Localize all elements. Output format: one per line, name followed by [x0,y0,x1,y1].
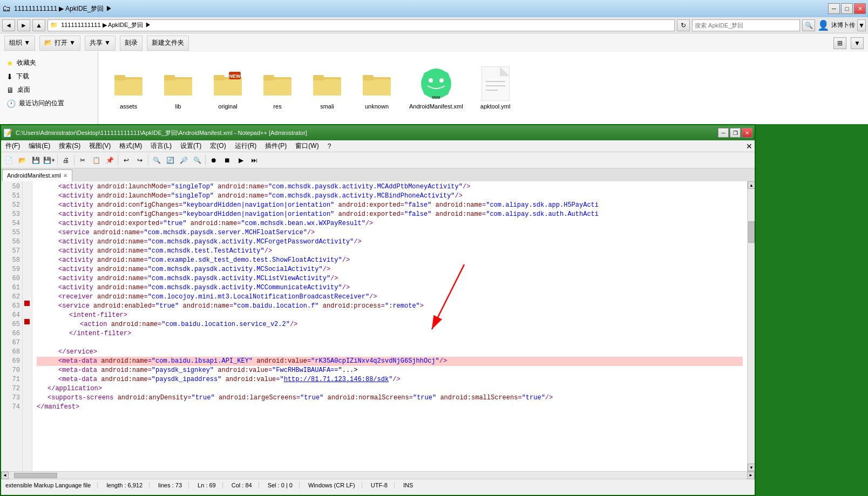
macro-record-btn[interactable]: ⏺ [207,154,220,167]
redo-btn[interactable]: ↪ [133,154,146,167]
menu-settings[interactable]: 设置(T) [176,140,206,152]
menu-plugins[interactable]: 插件(P) [261,140,291,152]
menu-view[interactable]: 视图(V) [85,140,115,152]
hscroll-thumb[interactable] [14,473,57,478]
menu-search[interactable]: 搜索(S) [55,140,85,152]
file-assets[interactable]: assets [109,64,148,112]
minimize-button[interactable]: ─ [828,3,840,14]
menu-language[interactable]: 语言(L) [146,140,176,152]
search-input[interactable] [692,19,800,31]
open-button[interactable]: 📂 打开 ▼ [39,36,80,51]
smali-icon [310,66,344,101]
open-file-btn[interactable]: 📂 [16,154,29,167]
favorites-label: 收藏夹 [17,58,36,67]
svg-rect-12 [263,79,291,96]
burn-button[interactable]: 刻录 [120,36,143,51]
tab-androidmanifest[interactable]: AndroidManifest.xml ✕ [2,169,72,181]
tab-close-icon[interactable]: ✕ [63,173,67,179]
back-button[interactable]: ◄ [2,19,15,31]
explorer-title: 111111111111 ▶ ApkIDE_梦回 ▶ [14,4,112,13]
up-button[interactable]: ▲ [32,19,45,31]
replace-btn[interactable]: 🔄 [164,154,177,167]
find-btn[interactable]: 🔍 [150,154,163,167]
address-bar[interactable]: 📁 111111111111 ▶ ApkIDE_梦回 ▶ [48,19,675,31]
horizontal-scrollbar[interactable]: ◄ ► [1,471,755,479]
res-label: res [273,103,281,110]
menu-format[interactable]: 格式(M) [115,140,146,152]
search-button[interactable]: 🔍 [802,19,815,31]
menu-window[interactable]: 窗口(W) [291,140,323,152]
scroll-up-arrow[interactable]: ▲ [748,181,755,189]
zoom-out-btn[interactable]: 🔍 [191,154,204,167]
col-status: Col : 84 [232,482,259,488]
macro-play-btn[interactable]: ▶ [234,154,247,167]
view-mode-button[interactable]: ⊞ [833,37,846,49]
status-bar: extensible Markup Language file length :… [1,479,755,491]
file-type-status: extensible Markup Language file [5,482,98,488]
npp-restore-button[interactable]: ❐ [730,128,741,138]
file-original[interactable]: NEW original [208,64,247,112]
file-res[interactable]: res [258,64,297,112]
code-line-69: <meta-data android:name="com.baidu.lbsap… [37,357,743,366]
save-all-btn[interactable]: 💾+ [43,154,56,167]
smali-label: smali [320,103,334,110]
code-line-67 [37,338,743,348]
svg-point-22 [429,78,433,83]
code-line-56: <activity android:name="com.mchsdk.paysd… [37,237,743,247]
maximize-button[interactable]: □ [841,3,853,14]
indicator-column [23,181,32,471]
sidebar-item-recent[interactable]: 🕐 最近访问的位置 [4,97,93,110]
share-button[interactable]: 共享 ▼ [85,36,116,51]
sidebar-item-downloads[interactable]: ⬇ 下载 [4,70,93,83]
code-area[interactable]: <activity android:launchMode="singleTop"… [32,181,747,471]
svg-rect-16 [313,75,324,80]
new-folder-button[interactable]: 新建文件夹 [147,36,189,51]
npp-minimize-button[interactable]: ─ [718,128,729,138]
sidebar-item-desktop[interactable]: 🖥 桌面 [4,83,93,97]
scroll-down-arrow[interactable]: ▼ [748,464,755,471]
assets-label: assets [120,103,137,110]
macro-run-btn[interactable]: ⏭ [248,154,261,167]
vertical-scrollbar[interactable]: ▲ ▼ [747,181,755,471]
scroll-thumb[interactable] [748,221,755,243]
copy-btn[interactable]: 📋 [90,154,103,167]
view-button[interactable]: ▼ [857,19,866,31]
original-label: original [218,103,237,110]
paste-btn[interactable]: 📌 [103,154,116,167]
file-androidmanifest[interactable]: MINI AndroidManifest.xml [407,64,465,112]
tab-bar: AndroidManifest.xml ✕ [1,168,755,181]
code-line-71: <meta-data android:name="paysdk_ipaddres… [37,375,743,384]
view-mode-btn2[interactable]: ▼ [851,37,864,49]
cut-btn[interactable]: ✂ [76,154,89,167]
macro-stop-btn[interactable]: ⏹ [221,154,234,167]
menu-macro[interactable]: 宏(O) [206,140,230,152]
undo-btn[interactable]: ↩ [120,154,133,167]
close-button[interactable]: ✕ [854,3,866,14]
code-line-61: <activity android:name="com.mchsdk.paysd… [37,283,743,293]
menu-run[interactable]: 运行(R) [230,140,261,152]
file-unknown[interactable]: unknown [357,64,396,112]
menu-file[interactable]: 件(F) [1,140,24,152]
scroll-left-arrow[interactable]: ◄ [1,472,9,479]
refresh-button[interactable]: ↻ [677,19,690,31]
save-btn[interactable]: 💾 [29,154,42,167]
menu-edit[interactable]: 编辑(E) [24,140,55,152]
npp-close-button[interactable]: ✕ [742,128,752,138]
file-apktool[interactable]: apktool.yml [476,64,515,112]
forward-button[interactable]: ► [17,19,30,31]
file-smali[interactable]: smali [308,64,347,112]
svg-rect-7 [214,79,242,96]
print-btn[interactable]: 🖨 [59,154,72,167]
scroll-right-arrow[interactable]: ► [747,472,755,479]
downloads-icon: ⬇ [6,72,13,81]
new-file-btn[interactable]: 📄 [2,154,15,167]
androidmanifest-label: AndroidManifest.xml [409,103,463,110]
length-status: length : 6,912 [106,482,150,488]
zoom-in-btn[interactable]: 🔎 [177,154,190,167]
menu-help[interactable]: ? [323,141,336,151]
organize-button[interactable]: 组织 ▼ [4,36,35,51]
file-lib[interactable]: lib [159,64,198,112]
close-tab-button[interactable]: ✕ [746,142,755,151]
svg-rect-27 [482,66,510,101]
sidebar-item-favorites[interactable]: ★ 收藏夹 [4,56,93,70]
